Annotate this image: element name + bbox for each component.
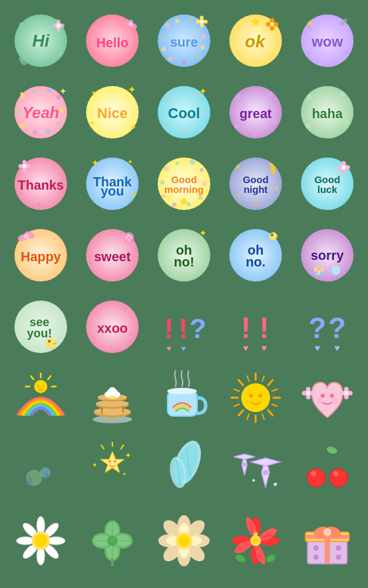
- sticker-cell-thankyou[interactable]: ✦ ✦ ✦ Thank you: [78, 150, 147, 219]
- sticker-cell-hi[interactable]: Hi: [7, 7, 76, 75]
- sticker-cell-feather[interactable]: [150, 435, 219, 504]
- svg-text:✦: ✦: [122, 471, 127, 477]
- svg-point-38: [200, 24, 204, 28]
- svg-text:you!: you!: [27, 327, 52, 340]
- sticker-cell-xxoo[interactable]: ♥ ♥ ♥ ♥ ♥ xxoo: [78, 292, 147, 361]
- svg-text:♥: ♥: [181, 128, 185, 135]
- sticker-cell-goodluck[interactable]: Good luck: [292, 150, 361, 219]
- svg-point-341: [264, 553, 277, 564]
- svg-point-253: [306, 395, 310, 400]
- svg-line-236: [272, 389, 277, 391]
- svg-point-110: [22, 168, 26, 172]
- svg-text:♥: ♥: [92, 334, 96, 341]
- svg-point-31: [168, 56, 173, 61]
- sticker-cell-sparkles[interactable]: [221, 435, 290, 504]
- sticker-cell-clover[interactable]: [78, 507, 147, 576]
- svg-point-125: [198, 196, 202, 200]
- svg-text:✦: ✦: [199, 228, 207, 238]
- svg-text:?: ?: [328, 312, 346, 344]
- sticker-cell-yeah[interactable]: ✦ ✦ Yeah: [7, 78, 76, 147]
- sticker-cell-haha[interactable]: haha: [292, 78, 361, 147]
- svg-point-8: [53, 24, 57, 28]
- svg-text:✦: ✦: [92, 461, 97, 469]
- svg-point-130: [181, 198, 187, 205]
- svg-point-90: [272, 119, 277, 125]
- svg-point-340: [234, 553, 246, 564]
- svg-point-176: [319, 271, 323, 276]
- sticker-cell-happy[interactable]: Happy: [7, 220, 76, 289]
- svg-text:♥: ♥: [194, 91, 198, 98]
- sticker-cell-sure[interactable]: sure: [150, 7, 219, 75]
- svg-point-354: [336, 555, 341, 560]
- sticker-cell-gift[interactable]: [292, 507, 361, 576]
- svg-point-68: [17, 110, 22, 114]
- svg-line-267: [121, 445, 124, 449]
- svg-point-173: [316, 266, 321, 271]
- svg-point-153: [24, 234, 29, 238]
- sticker-cell-flower2[interactable]: [150, 507, 219, 576]
- sticker-cell-hello[interactable]: Hello: [78, 7, 147, 75]
- svg-point-37: [196, 20, 200, 24]
- sticker-cell-goodmorning[interactable]: Good morning: [150, 150, 219, 219]
- sticker-cell-seeyou[interactable]: see you!: [7, 292, 76, 361]
- svg-point-109: [18, 164, 22, 168]
- sticker-cell-hibiscus[interactable]: [221, 507, 290, 576]
- svg-point-296: [311, 471, 316, 476]
- sticker-cell-goodnight[interactable]: ★ ★ ★ ★ ★ Good night: [221, 150, 290, 219]
- svg-point-335: [178, 535, 190, 547]
- sticker-cell-ok[interactable]: ok: [221, 7, 290, 75]
- svg-text:♪: ♪: [43, 467, 50, 484]
- svg-line-241: [234, 389, 239, 391]
- sticker-cell-cherries[interactable]: [292, 435, 361, 504]
- svg-text:Yeah: Yeah: [22, 104, 59, 121]
- svg-point-337: [252, 537, 259, 544]
- svg-point-48: [270, 23, 273, 26]
- sticker-cell-exclaim-q[interactable]: ! ! ? ♥ ♥: [150, 292, 219, 361]
- svg-point-251: [310, 391, 314, 396]
- sticker-cell-daisy[interactable]: [7, 507, 76, 576]
- svg-text:✦: ✦: [59, 86, 67, 96]
- sticker-cell-great[interactable]: great: [221, 78, 290, 147]
- svg-point-3: [58, 52, 62, 56]
- sticker-cell-exclaim2[interactable]: ! ! ♥ ♥: [221, 292, 290, 361]
- sticker-cell-question2[interactable]: ? ? ♥ ♥: [292, 292, 361, 361]
- sticker-cell-sorry[interactable]: sorry: [292, 220, 361, 289]
- sticker-cell-sun[interactable]: [221, 364, 290, 432]
- sticker-cell-thanks[interactable]: ♥ ♥ ♥ ♥ ♥ Thanks: [7, 150, 76, 219]
- svg-line-235: [262, 376, 264, 381]
- svg-text:♥: ♥: [200, 113, 204, 120]
- sticker-cell-ohno1[interactable]: ✦ oh no!: [150, 220, 219, 289]
- svg-text:no.: no.: [246, 255, 265, 269]
- svg-text:✦: ✦: [91, 158, 99, 168]
- svg-point-175: [314, 271, 317, 276]
- svg-text:✦: ✦: [125, 451, 131, 460]
- svg-point-226: [241, 383, 270, 412]
- svg-point-309: [34, 534, 47, 547]
- svg-point-123: [200, 168, 204, 172]
- sticker-cell-ohno2[interactable]: oh no.: [221, 220, 290, 289]
- sticker-cell-sweet[interactable]: sweet: [78, 220, 147, 289]
- sticker-cell-star[interactable]: ✦ ✦ ✦: [78, 435, 147, 504]
- svg-text:no!: no!: [173, 255, 194, 269]
- sticker-cell-rainbow[interactable]: [7, 364, 76, 432]
- sticker-cell-music[interactable]: ♪ ♪ ♩: [7, 435, 76, 504]
- sticker-cell-cool[interactable]: ♥ ♥ ♥ ♥ ♥ ♥ ✦ Cool: [150, 78, 219, 147]
- sticker-cell-mug[interactable]: [150, 364, 219, 432]
- svg-text:Cool: Cool: [168, 105, 200, 121]
- sticker-cell-wow[interactable]: wow: [292, 7, 361, 75]
- svg-point-60: [32, 89, 37, 94]
- svg-point-67: [19, 123, 24, 128]
- svg-text:Thanks: Thanks: [18, 178, 64, 192]
- svg-point-32: [161, 47, 166, 52]
- svg-point-6: [57, 20, 60, 24]
- svg-point-144: [345, 165, 350, 170]
- svg-text:♩: ♩: [54, 463, 59, 474]
- svg-text:!: !: [241, 312, 250, 344]
- sticker-cell-pancakes[interactable]: [78, 364, 147, 432]
- svg-text:♥: ♥: [108, 343, 112, 352]
- svg-point-146: [341, 169, 346, 174]
- svg-point-92: [254, 132, 258, 136]
- sticker-cell-nice[interactable]: ✦ ✦ ✦ ✦ Nice: [78, 78, 147, 147]
- sticker-cell-tooth[interactable]: [292, 364, 361, 432]
- svg-point-257: [348, 391, 352, 396]
